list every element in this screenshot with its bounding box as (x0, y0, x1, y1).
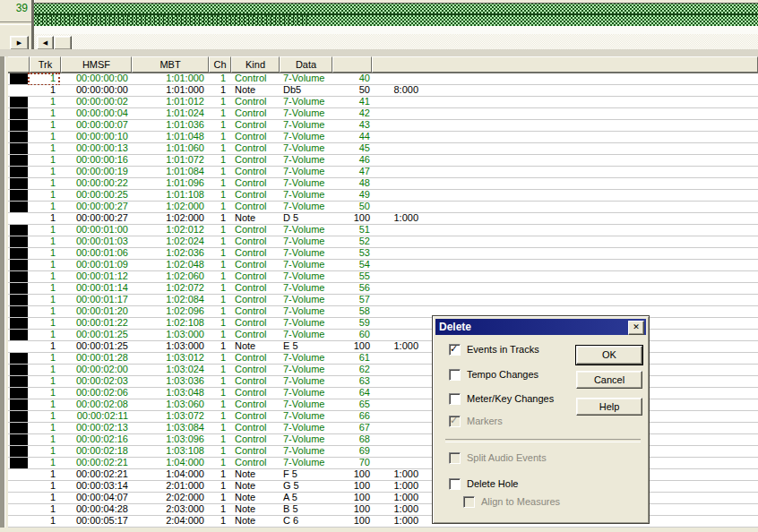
cell-kind[interactable]: Control (235, 376, 280, 387)
cell-mbt[interactable]: 1:01:000 (132, 85, 204, 96)
cell-kind[interactable]: Control (235, 411, 280, 422)
cell-kind[interactable]: Control (235, 167, 280, 177)
midi-clip[interactable] (34, 3, 758, 27)
row-selection-marker[interactable] (10, 202, 28, 212)
cell-mbt[interactable]: 1:02:096 (132, 306, 204, 317)
cell-mbt[interactable]: 1:02:072 (132, 283, 204, 294)
cell-value[interactable]: 43 (332, 120, 370, 131)
scrollbar-thumb[interactable] (54, 36, 72, 50)
cell-ch[interactable]: 1 (209, 318, 226, 329)
cell-value[interactable]: 49 (332, 190, 370, 201)
cell-mbt[interactable]: 1:01:000 (132, 73, 204, 84)
cell-ch[interactable]: 1 (209, 85, 226, 96)
cell-hmsf[interactable]: 00:00:00:02 (61, 97, 128, 107)
cell-mbt[interactable]: 1:03:096 (132, 434, 204, 445)
cell-hmsf[interactable]: 00:00:00:04 (61, 108, 128, 119)
cell-mbt[interactable]: 1:01:024 (132, 108, 204, 119)
cell-data[interactable]: 7-Volume (283, 271, 330, 282)
cell-data[interactable]: 7-Volume (283, 330, 330, 340)
row-selection-marker[interactable] (10, 178, 28, 189)
cell-data[interactable]: 7-Volume (283, 143, 330, 154)
cell-hmsf[interactable]: 00:00:04:28 (61, 504, 128, 515)
cell-hmsf[interactable]: 00:00:00:22 (61, 178, 128, 189)
cell-mbt[interactable]: 1:03:024 (132, 365, 204, 375)
row-selection-marker[interactable] (10, 271, 28, 282)
row-selection-marker[interactable] (10, 365, 28, 375)
cell-data[interactable]: 7-Volume (283, 178, 330, 189)
cell-data[interactable]: 7-Volume (283, 411, 330, 422)
cell-ch[interactable]: 1 (209, 178, 226, 189)
cell-mbt[interactable]: 1:02:012 (132, 225, 204, 236)
cell-mbt[interactable]: 1:03:036 (132, 376, 204, 387)
cell-data[interactable]: 7-Volume (283, 202, 330, 212)
column-header-hmsf[interactable]: HMSF (61, 56, 132, 73)
cell-value[interactable]: 69 (332, 446, 370, 457)
cancel-button[interactable]: Cancel (576, 371, 642, 389)
cell-hmsf[interactable]: 00:00:01:03 (61, 236, 128, 247)
cell-data[interactable]: 7-Volume (283, 353, 330, 364)
cell-mbt[interactable]: 1:01:108 (132, 190, 204, 201)
row-selection-marker[interactable] (10, 155, 28, 166)
row-selection-marker[interactable] (10, 388, 28, 399)
cell-trk[interactable]: 1 (30, 318, 56, 329)
row-selection-marker[interactable] (10, 283, 28, 294)
column-header-ch[interactable]: Ch (209, 56, 231, 73)
cell-trk[interactable]: 1 (30, 108, 56, 119)
cell-mbt[interactable]: 1:01:072 (132, 155, 204, 166)
row-selection-marker[interactable] (10, 260, 28, 270)
cell-ch[interactable]: 1 (209, 143, 226, 154)
cell-hmsf[interactable]: 00:00:02:16 (61, 434, 128, 445)
cell-value[interactable]: 64 (332, 388, 370, 399)
cell-data[interactable]: 7-Volume (283, 167, 330, 177)
cell-ch[interactable]: 1 (209, 411, 226, 422)
cell-trk[interactable]: 1 (30, 167, 56, 177)
column-header-data[interactable]: Data (280, 56, 332, 73)
row-selection-marker[interactable] (10, 423, 28, 433)
cell-hmsf[interactable]: 00:00:01:28 (61, 353, 128, 364)
close-button[interactable]: ✕ (628, 321, 644, 335)
row-selection-marker[interactable] (10, 248, 28, 259)
cell-ch[interactable]: 1 (209, 225, 226, 236)
cell-hmsf[interactable]: 00:00:01:06 (61, 248, 128, 259)
cell-kind[interactable]: Control (235, 143, 280, 154)
cell-hmsf[interactable]: 00:00:00:27 (61, 213, 128, 224)
cell-data[interactable]: A 5 (283, 493, 330, 503)
horizontal-scrollbar[interactable] (34, 34, 758, 49)
cell-hmsf[interactable]: 00:00:00:07 (61, 120, 128, 131)
cell-kind[interactable]: Control (235, 190, 280, 201)
cell-trk[interactable]: 1 (30, 446, 56, 457)
cell-ch[interactable]: 1 (209, 469, 226, 480)
cell-mbt[interactable]: 1:03:012 (132, 353, 204, 364)
cell-mbt[interactable]: 1:04:000 (132, 469, 204, 480)
cell-data[interactable]: G 5 (283, 481, 330, 492)
cell-value[interactable]: 100 (332, 213, 370, 224)
cell-ch[interactable]: 1 (209, 376, 226, 387)
cell-data[interactable]: B 5 (283, 504, 330, 515)
cell-data[interactable]: 7-Volume (283, 446, 330, 457)
cell-ch[interactable]: 1 (209, 295, 226, 305)
cell-value[interactable]: 53 (332, 248, 370, 259)
cell-value[interactable]: 100 (332, 469, 370, 480)
cell-mbt[interactable]: 1:01:096 (132, 178, 204, 189)
cell-hmsf[interactable]: 00:00:02:00 (61, 365, 128, 375)
cell-hmsf[interactable]: 00:00:02:21 (61, 458, 128, 468)
cell-trk[interactable]: 1 (30, 399, 56, 410)
cell-ch[interactable]: 1 (209, 283, 226, 294)
cell-trk[interactable]: 1 (30, 481, 56, 492)
cell-hmsf[interactable]: 00:00:00:00 (61, 73, 128, 84)
cell-data[interactable]: 7-Volume (283, 365, 330, 375)
cell-data[interactable]: F 5 (283, 469, 330, 480)
cell-mbt[interactable]: 2:04:000 (132, 516, 204, 527)
cell-value[interactable]: 100 (332, 481, 370, 492)
cell-kind[interactable]: Control (235, 132, 280, 142)
cell-trk[interactable]: 1 (30, 143, 56, 154)
cell-value[interactable]: 100 (332, 341, 370, 352)
cell-hmsf[interactable]: 00:00:01:00 (61, 225, 128, 236)
cell-kind[interactable]: Control (235, 73, 280, 84)
cell-trk[interactable]: 1 (30, 434, 56, 445)
cell-trk[interactable]: 1 (30, 423, 56, 433)
column-header[interactable] (332, 56, 372, 73)
cell-hmsf[interactable]: 00:00:02:13 (61, 423, 128, 433)
cell-value[interactable]: 52 (332, 236, 370, 247)
cell-ch[interactable]: 1 (209, 236, 226, 247)
